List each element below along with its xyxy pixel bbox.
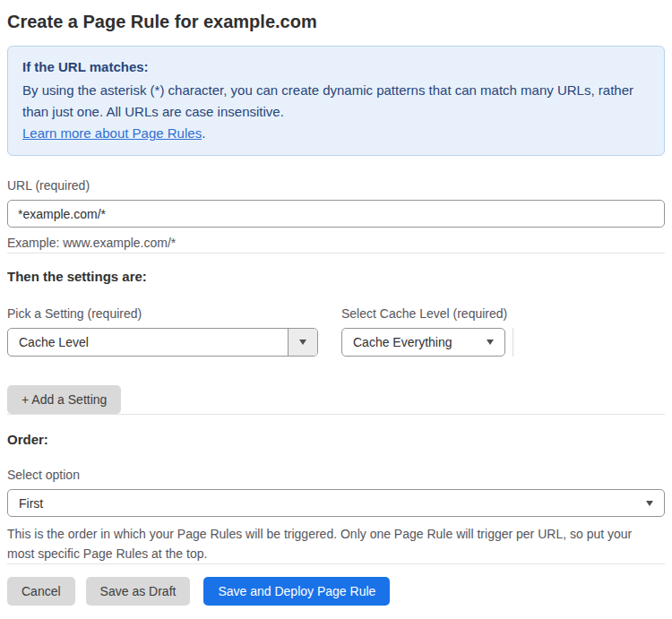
order-select-label: Select option bbox=[7, 468, 665, 483]
pick-setting-label: Pick a Setting (required) bbox=[7, 306, 318, 322]
order-helper-text: This is the order in which your Page Rul… bbox=[7, 524, 652, 563]
add-setting-button[interactable]: + Add a Setting bbox=[7, 385, 121, 414]
cache-level-label: Select Cache Level (required) bbox=[341, 306, 513, 322]
url-field-label: URL (required) bbox=[7, 178, 665, 193]
form-actions: Cancel Save as Draft Save and Deploy Pag… bbox=[7, 577, 665, 606]
select-arrow-button[interactable] bbox=[288, 329, 317, 356]
info-link-line: Learn more about Page Rules. bbox=[22, 123, 650, 144]
info-link-suffix: . bbox=[202, 125, 205, 141]
order-section-heading: Order: bbox=[7, 432, 665, 448]
cache-level-column: Select Cache Level (required) Cache Ever… bbox=[341, 306, 513, 357]
divider bbox=[7, 414, 665, 415]
divider bbox=[7, 563, 665, 564]
divider bbox=[7, 253, 665, 254]
create-page-rule-form: Create a Page Rule for example.com If th… bbox=[0, 0, 672, 606]
pick-setting-select[interactable]: Cache Level bbox=[7, 328, 318, 357]
page-title: Create a Page Rule for example.com bbox=[7, 11, 665, 32]
cancel-button[interactable]: Cancel bbox=[7, 577, 75, 606]
learn-more-link[interactable]: Learn more about Page Rules bbox=[22, 125, 202, 141]
save-as-draft-button[interactable]: Save as Draft bbox=[86, 577, 191, 606]
info-box-body: By using the asterisk (*) character, you… bbox=[22, 80, 650, 123]
setting-divider-line bbox=[513, 328, 513, 357]
cache-level-select[interactable]: Cache Everything bbox=[341, 328, 505, 357]
settings-row: Pick a Setting (required) Cache Level Se… bbox=[7, 306, 665, 357]
order-select-value: First bbox=[8, 496, 646, 511]
caret-down-icon bbox=[299, 340, 306, 345]
url-input[interactable] bbox=[7, 200, 665, 228]
save-and-deploy-button[interactable]: Save and Deploy Page Rule bbox=[203, 577, 390, 606]
order-select[interactable]: First bbox=[7, 489, 665, 517]
pick-setting-value: Cache Level bbox=[8, 335, 288, 349]
add-setting-row: + Add a Setting bbox=[7, 385, 665, 414]
caret-down-icon bbox=[646, 501, 653, 506]
url-example-helper: Example: www.example.com/* bbox=[7, 233, 665, 253]
pick-setting-column: Pick a Setting (required) Cache Level bbox=[7, 306, 318, 357]
settings-section-heading: Then the settings are: bbox=[7, 269, 665, 285]
info-box-heading: If the URL matches: bbox=[22, 56, 650, 78]
url-match-info-box: If the URL matches: By using the asteris… bbox=[7, 46, 665, 156]
caret-down-icon bbox=[487, 340, 494, 345]
cache-level-select-wrap: Cache Everything bbox=[341, 328, 513, 357]
cache-level-value: Cache Everything bbox=[342, 335, 487, 349]
